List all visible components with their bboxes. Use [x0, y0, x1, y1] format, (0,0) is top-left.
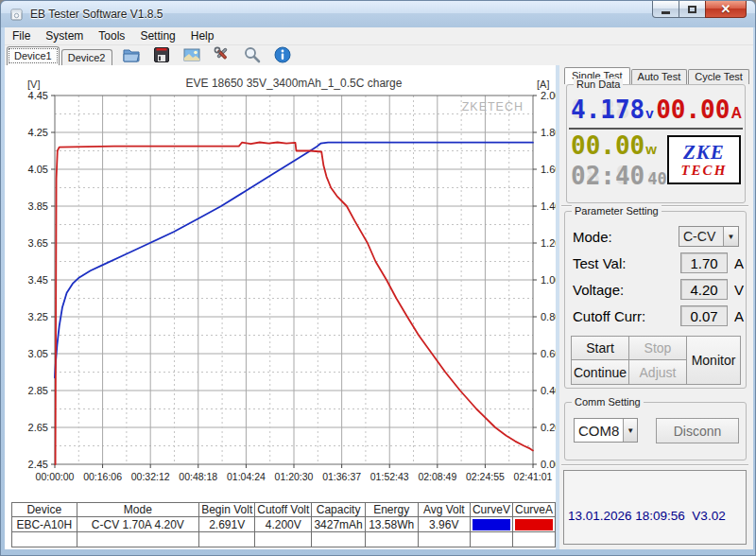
col-header-avg-volt: Avg Volt [418, 503, 470, 517]
menu-item-system[interactable]: System [38, 27, 91, 44]
svg-text:01:04:24: 01:04:24 [227, 471, 266, 482]
table-cell [470, 532, 512, 547]
svg-text:02:41:01: 02:41:01 [514, 471, 553, 482]
table-cell [255, 532, 312, 547]
table-cell: 13.58Wh [365, 517, 418, 532]
table-cell [418, 532, 470, 547]
results-table[interactable]: DeviceModeBegin VoltCutoff VoltCapacityE… [11, 502, 556, 547]
menu-item-tools[interactable]: Tools [91, 27, 132, 44]
run-data-group: Run Data 8.8884.178 v 88.8800.00 A 88.88… [566, 84, 746, 203]
cutoff-curr-unit: A [734, 308, 744, 324]
table-cell: 2.691V [199, 517, 255, 532]
svg-text:00:16:06: 00:16:06 [83, 471, 122, 482]
app-icon [9, 7, 25, 22]
control-panel: Single TestAuto TestCycle Test Run Data … [559, 65, 753, 549]
adjust-button[interactable]: Adjust [628, 359, 687, 385]
voltage-unit: v [645, 105, 653, 121]
table-cell: EBC-A10H [12, 517, 77, 532]
chart-panel: [V] EVE 18650 35V_3400mAh_1_0.5C charge … [5, 65, 556, 549]
charge-curve-chart: 4.454.254.053.853.653.453.253.052.852.65… [5, 75, 559, 497]
current-unit: A [730, 105, 742, 122]
col-header-curvev: CurveV [470, 503, 512, 517]
svg-text:ZKETECH: ZKETECH [462, 100, 524, 113]
voltage-field[interactable] [680, 279, 728, 300]
close-button[interactable]: ✕ [705, 1, 747, 18]
voltage-display: 8.8884.178 [571, 97, 644, 122]
col-header-cutoff-volt: Cutoff Volt [255, 503, 312, 517]
table-cell: 3427mAh [312, 517, 365, 532]
tools-icon[interactable] [213, 45, 232, 64]
tab-cycle-test[interactable]: Cycle Test [688, 69, 749, 84]
title-bar[interactable]: EB Tester Software V1.8.5 ✕ [1, 1, 755, 27]
voltage-unit-label: V [734, 282, 744, 298]
curve-color-swatch [515, 519, 553, 530]
tab-auto-test[interactable]: Auto Test [631, 69, 688, 84]
table-row[interactable] [12, 532, 556, 547]
menu-item-setting[interactable]: Setting [132, 27, 182, 44]
continue-button[interactable]: Continue [571, 359, 629, 385]
time-seconds-display: 8840 [647, 171, 666, 187]
svg-text:01:36:37: 01:36:37 [322, 471, 361, 482]
table-cell [12, 532, 77, 547]
svg-text:3.45: 3.45 [28, 274, 48, 286]
current-display: 88.8800.00 [656, 97, 730, 122]
col-header-curvea: CurveA [512, 503, 555, 517]
table-cell: 4.200V [255, 517, 312, 532]
menu-item-file[interactable]: File [5, 27, 38, 44]
device-tabs: Device1Device2 [5, 46, 112, 65]
toolbar: Device1Device2 [5, 45, 753, 65]
run-data-separator [569, 128, 743, 130]
comm-setting-label: Comm Setting [572, 396, 644, 408]
svg-text:2.85: 2.85 [28, 385, 48, 396]
tab-device1[interactable]: Device1 [7, 46, 60, 65]
chevron-down-icon[interactable]: ▼ [623, 419, 637, 442]
mode-label: Mode: [573, 225, 612, 248]
zketech-logo: ZKE TECH [667, 135, 741, 184]
table-row[interactable]: EBC-A10HC-CV 1.70A 4.20V2.691V4.200V3427… [12, 517, 556, 532]
parameter-setting-label: Parameter Setting [572, 205, 662, 217]
run-data-label: Run Data [574, 78, 623, 90]
col-header-energy: Energy [365, 503, 418, 517]
com-port-select[interactable]: COM8 ▼ [574, 418, 638, 443]
svg-text:4.05: 4.05 [28, 164, 48, 175]
status-line-datetime: 13.01.2026 18:09:56 V3.02 [568, 508, 742, 525]
save-icon[interactable] [152, 45, 171, 64]
info-icon[interactable] [273, 45, 292, 64]
table-cell [512, 532, 555, 547]
disconnect-button[interactable]: Disconn [656, 418, 739, 443]
table-cell [365, 532, 418, 547]
minimize-button[interactable] [652, 1, 679, 18]
svg-text:3.85: 3.85 [28, 200, 48, 212]
test-val-unit: A [734, 255, 744, 271]
close-icon: ✕ [721, 3, 731, 15]
test-val-field[interactable] [680, 252, 728, 273]
svg-text:00:32:12: 00:32:12 [131, 471, 170, 482]
mode-select[interactable]: C-CV ▼ [679, 226, 739, 247]
stop-button[interactable]: Stop [628, 336, 687, 360]
chevron-down-icon[interactable]: ▼ [723, 227, 738, 246]
zoom-icon[interactable] [243, 45, 262, 64]
svg-text:4.25: 4.25 [28, 127, 48, 138]
maximize-icon [688, 6, 696, 13]
minimize-icon [662, 11, 670, 14]
export-image-icon[interactable] [182, 45, 201, 64]
cutoff-curr-label: Cutoff Curr: [573, 304, 645, 327]
col-header-capacity: Capacity [312, 503, 365, 517]
maximize-button[interactable] [679, 1, 705, 18]
col-header-begin-volt: Begin Volt [199, 503, 255, 517]
window-title: EB Tester Software V1.8.5 [30, 8, 163, 21]
start-button[interactable]: Start [571, 336, 629, 360]
power-unit: w [645, 141, 657, 157]
comm-setting-group: Comm Setting COM8 ▼ Disconn [564, 402, 747, 460]
table-cell: C-CV 1.70A 4.20V [77, 517, 199, 532]
svg-text:00:00:00: 00:00:00 [36, 471, 75, 482]
svg-text:01:20:30: 01:20:30 [275, 471, 314, 482]
svg-text:3.25: 3.25 [28, 311, 48, 322]
cutoff-curr-field[interactable] [680, 305, 728, 326]
menu-item-help[interactable]: Help [183, 27, 222, 44]
tab-device2[interactable]: Device2 [61, 49, 112, 66]
monitor-button[interactable]: Monitor [686, 336, 741, 385]
time-display: 88:8802:40 [571, 164, 644, 188]
separator [561, 464, 748, 466]
open-file-icon[interactable] [122, 45, 141, 64]
